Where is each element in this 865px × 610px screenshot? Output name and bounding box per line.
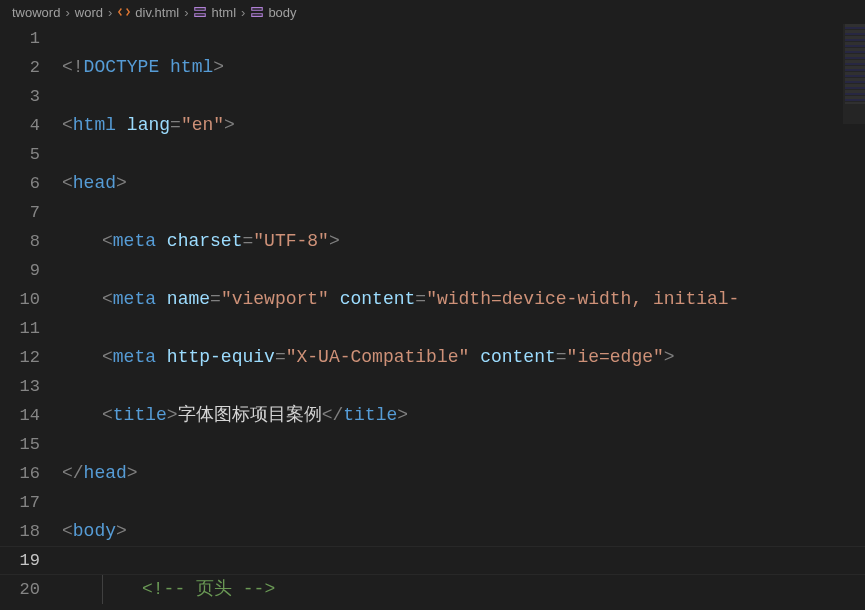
breadcrumb-label: html (211, 5, 236, 20)
breadcrumb-label: body (268, 5, 296, 20)
t: = (275, 347, 286, 367)
breadcrumb-item[interactable]: div.html (117, 5, 179, 20)
line-number[interactable]: 5 (0, 140, 40, 169)
line-number[interactable]: 9 (0, 256, 40, 285)
t: meta (113, 289, 156, 309)
t: html (73, 115, 116, 135)
breadcrumb-item[interactable]: html (193, 5, 236, 20)
t: > (127, 463, 138, 483)
t: "en" (181, 115, 224, 135)
code-line[interactable]: <meta charset="UTF-8"> (62, 227, 865, 256)
t: > (213, 57, 224, 77)
t: > (116, 173, 127, 193)
t: </ (62, 463, 84, 483)
minimap[interactable] (845, 24, 865, 104)
line-number[interactable]: 2 (0, 53, 40, 82)
t: head (84, 463, 127, 483)
chevron-right-icon: › (65, 5, 69, 20)
code-line[interactable]: <body> (62, 517, 865, 546)
t: = (170, 115, 181, 135)
t: meta (113, 231, 156, 251)
t: > (664, 347, 675, 367)
t: < (62, 173, 73, 193)
line-number[interactable]: 15 (0, 430, 40, 459)
breadcrumb-item[interactable]: word (75, 5, 103, 20)
code-line[interactable]: <head> (62, 169, 865, 198)
line-number[interactable]: 1 (0, 24, 40, 53)
t: > (329, 231, 340, 251)
t: "UTF-8" (253, 231, 329, 251)
t (329, 289, 340, 309)
line-number[interactable]: 8 (0, 227, 40, 256)
t: < (102, 405, 113, 425)
t: > (224, 115, 235, 135)
t: "width=device-width, initial- (426, 289, 739, 309)
t: <!-- 页头 --> (142, 579, 275, 599)
symbol-icon (250, 5, 264, 19)
breadcrumb-label: twoword (12, 5, 60, 20)
code-area[interactable]: <!DOCTYPE html> <html lang="en"> <head> … (62, 24, 865, 610)
t: content (480, 347, 556, 367)
code-editor[interactable]: 1 2 3 4 5 6 7 8 9 10 11 12 13 14 15 16 1… (0, 24, 865, 610)
t: title (113, 405, 167, 425)
code-line[interactable]: <!-- 页头 --> (62, 575, 865, 604)
line-number[interactable]: 10 (0, 285, 40, 314)
code-line[interactable]: <!DOCTYPE html> (62, 53, 865, 82)
t: > (116, 521, 127, 541)
t: title (343, 405, 397, 425)
t: lang (127, 115, 170, 135)
code-line[interactable]: <html lang="en"> (62, 111, 865, 140)
t: http-equiv (167, 347, 275, 367)
line-number[interactable]: 11 (0, 314, 40, 343)
t: meta (113, 347, 156, 367)
t: </ (322, 405, 344, 425)
line-number[interactable]: 3 (0, 82, 40, 111)
chevron-right-icon: › (108, 5, 112, 20)
line-number[interactable]: 20 (0, 575, 40, 604)
code-line[interactable]: <title>字体图标项目案例</title> (62, 401, 865, 430)
breadcrumb-item[interactable]: body (250, 5, 296, 20)
code-line[interactable]: </head> (62, 459, 865, 488)
breadcrumb-label: word (75, 5, 103, 20)
line-number[interactable]: 19 (0, 546, 40, 575)
line-number[interactable]: 7 (0, 198, 40, 227)
t: body (73, 521, 116, 541)
t: "viewport" (221, 289, 329, 309)
t: html (170, 57, 213, 77)
t: > (167, 405, 178, 425)
code-line[interactable]: <meta name="viewport" content="width=dev… (62, 285, 865, 314)
t: = (556, 347, 567, 367)
t: "ie=edge" (567, 347, 664, 367)
line-number[interactable]: 14 (0, 401, 40, 430)
line-number[interactable]: 13 (0, 372, 40, 401)
code-line[interactable]: <meta http-equiv="X-UA-Compatible" conte… (62, 343, 865, 372)
t (156, 347, 167, 367)
line-number[interactable]: 6 (0, 169, 40, 198)
t: head (73, 173, 116, 193)
line-number[interactable]: 18 (0, 517, 40, 546)
t: <! (62, 57, 84, 77)
t: 字体图标项目案例 (178, 405, 322, 425)
t (469, 347, 480, 367)
t: < (102, 289, 113, 309)
t: < (62, 115, 73, 135)
t (156, 289, 167, 309)
t: < (102, 231, 113, 251)
t: < (62, 521, 73, 541)
code-file-icon (117, 5, 131, 19)
breadcrumb-item[interactable]: twoword (12, 5, 60, 20)
symbol-icon (193, 5, 207, 19)
t (156, 231, 167, 251)
breadcrumb-label: div.html (135, 5, 179, 20)
t: = (415, 289, 426, 309)
line-number[interactable]: 17 (0, 488, 40, 517)
breadcrumb[interactable]: twoword › word › div.html › html › body (0, 0, 865, 24)
line-number-gutter[interactable]: 1 2 3 4 5 6 7 8 9 10 11 12 13 14 15 16 1… (0, 24, 62, 610)
line-number[interactable]: 16 (0, 459, 40, 488)
line-number[interactable]: 12 (0, 343, 40, 372)
t: charset (167, 231, 243, 251)
t: < (102, 347, 113, 367)
t: name (167, 289, 210, 309)
chevron-right-icon: › (241, 5, 245, 20)
line-number[interactable]: 4 (0, 111, 40, 140)
